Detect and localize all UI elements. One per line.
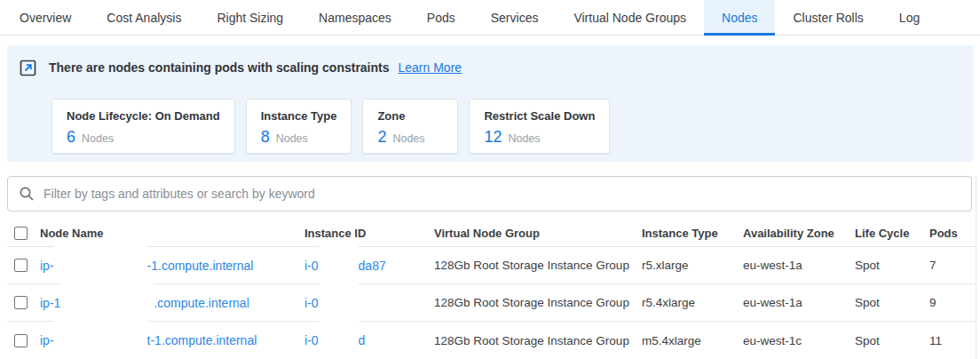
virtual-node-group-cell: 128Gb Root Storage Instance Group bbox=[434, 334, 642, 347]
card-count: 2Nodes bbox=[377, 128, 443, 147]
table-row: ip--1.compute.internali-0da87128Gb Root … bbox=[7, 247, 976, 284]
card-count-unit: Nodes bbox=[392, 132, 424, 145]
select-all-checkbox[interactable] bbox=[14, 227, 28, 240]
tab-bar: OverviewCost AnalysisRight SizingNamespa… bbox=[0, 0, 980, 36]
life-cycle-cell: Spot bbox=[855, 259, 929, 272]
column-header-life-cycle: Life Cycle bbox=[855, 227, 929, 240]
table-header-row: Node NameInstance IDVirtual Node GroupIn… bbox=[7, 220, 976, 247]
redaction-box bbox=[319, 283, 359, 316]
constraint-cards: Node Lifecycle: On Demand6NodesInstance … bbox=[51, 99, 973, 154]
column-header-instance-id: Instance ID bbox=[304, 227, 434, 240]
card-count: 12Nodes bbox=[484, 128, 595, 147]
virtual-node-group-cell: 128Gb Root Storage Instance Group bbox=[434, 296, 642, 309]
select-all-cell bbox=[7, 227, 40, 240]
constraint-card-node-lifecycle-on-demand[interactable]: Node Lifecycle: On Demand6Nodes bbox=[51, 99, 235, 154]
constraint-card-instance-type[interactable]: Instance Type8Nodes bbox=[246, 99, 352, 154]
card-title: Restrict Scale Down bbox=[484, 109, 595, 123]
scaling-constraints-banner: There are nodes containing pods with sca… bbox=[7, 45, 973, 162]
redaction-box bbox=[54, 245, 147, 279]
card-count: 6Nodes bbox=[67, 128, 220, 147]
nodes-table-body: ip--1.compute.internali-0da87128Gb Root … bbox=[7, 247, 976, 359]
search-icon bbox=[19, 186, 35, 202]
pods-cell: 7 bbox=[929, 259, 976, 272]
pods-cell: 11 bbox=[929, 334, 976, 347]
row-checkbox[interactable] bbox=[14, 259, 28, 272]
filter-search-box[interactable] bbox=[7, 176, 972, 211]
row-checkbox[interactable] bbox=[14, 334, 28, 347]
card-count-number: 6 bbox=[67, 128, 75, 147]
column-header-instance-type: Instance Type bbox=[642, 227, 743, 240]
node-name-link[interactable]: ip--1.compute.internal bbox=[40, 249, 304, 283]
instance-type-cell: r5.xlarge bbox=[642, 259, 743, 272]
tab-namespaces[interactable]: Namespaces bbox=[301, 0, 409, 36]
card-title: Instance Type bbox=[261, 109, 337, 123]
row-select-cell bbox=[7, 334, 40, 347]
instance-id-link[interactable]: i-0da87 bbox=[304, 249, 434, 283]
nodes-page: OverviewCost AnalysisRight SizingNamespa… bbox=[0, 0, 980, 359]
card-title: Node Lifecycle: On Demand bbox=[67, 109, 220, 123]
availability-zone-cell: eu-west-1c bbox=[743, 334, 855, 347]
redaction-box bbox=[319, 320, 359, 354]
tab-virtual-node-groups[interactable]: Virtual Node Groups bbox=[556, 0, 704, 36]
tab-services[interactable]: Services bbox=[473, 0, 557, 36]
life-cycle-cell: Spot bbox=[855, 296, 929, 309]
column-header-pods: Pods bbox=[929, 227, 976, 240]
nodes-content: Node NameInstance IDVirtual Node GroupIn… bbox=[7, 176, 976, 359]
constraint-card-restrict-scale-down[interactable]: Restrict Scale Down12Nodes bbox=[469, 99, 610, 154]
card-count-unit: Nodes bbox=[82, 132, 114, 145]
search-input[interactable] bbox=[43, 187, 960, 201]
pods-cell: 9 bbox=[929, 296, 976, 309]
card-title: Zone bbox=[377, 109, 443, 123]
tab-nodes[interactable]: Nodes bbox=[704, 0, 775, 36]
redaction-box bbox=[60, 283, 154, 316]
tab-right-sizing[interactable]: Right Sizing bbox=[199, 0, 301, 36]
node-name-link[interactable]: ip-t-1.compute.internal bbox=[40, 323, 304, 357]
constraint-card-zone[interactable]: Zone2Nodes bbox=[362, 99, 458, 154]
card-count: 8Nodes bbox=[261, 128, 337, 147]
tab-log[interactable]: Log bbox=[881, 0, 937, 36]
instance-id-link[interactable]: i-0 bbox=[304, 286, 434, 320]
instance-id-link[interactable]: i-0d bbox=[304, 323, 434, 357]
redaction-box bbox=[54, 320, 147, 354]
row-select-cell bbox=[7, 259, 40, 272]
availability-zone-cell: eu-west-1a bbox=[743, 296, 855, 309]
life-cycle-cell: Spot bbox=[855, 334, 929, 347]
card-count-number: 8 bbox=[261, 128, 270, 147]
row-checkbox[interactable] bbox=[14, 296, 28, 309]
table-row: ip-t-1.compute.internali-0d128Gb Root St… bbox=[7, 322, 976, 359]
node-name-link[interactable]: ip-1.compute.internal bbox=[40, 286, 304, 320]
column-header-availability-zone: Availability Zone bbox=[743, 227, 855, 240]
virtual-node-group-cell: 128Gb Root Storage Instance Group bbox=[434, 259, 642, 272]
scaling-constraint-icon bbox=[20, 60, 36, 76]
row-select-cell bbox=[7, 296, 40, 309]
instance-type-cell: r5.4xlarge bbox=[642, 296, 743, 309]
banner-message: There are nodes containing pods with sca… bbox=[49, 60, 390, 75]
column-header-virtual-node-group: Virtual Node Group bbox=[434, 227, 642, 240]
column-header-node-name: Node Name bbox=[40, 227, 304, 240]
card-count-unit: Nodes bbox=[508, 132, 540, 145]
learn-more-link[interactable]: Learn More bbox=[399, 60, 462, 75]
card-count-unit: Nodes bbox=[276, 132, 308, 145]
tab-pods[interactable]: Pods bbox=[409, 0, 473, 36]
redaction-box bbox=[319, 245, 359, 279]
tab-cluster-rolls[interactable]: Cluster Rolls bbox=[775, 0, 881, 36]
table-row: ip-1.compute.internali-0128Gb Root Stora… bbox=[7, 284, 976, 322]
banner-message-row: There are nodes containing pods with sca… bbox=[20, 57, 973, 78]
tab-cost-analysis[interactable]: Cost Analysis bbox=[89, 0, 199, 36]
instance-type-cell: m5.4xlarge bbox=[642, 334, 743, 347]
card-count-number: 12 bbox=[484, 128, 502, 147]
availability-zone-cell: eu-west-1a bbox=[743, 259, 855, 272]
tab-overview[interactable]: Overview bbox=[2, 0, 89, 36]
card-count-number: 2 bbox=[377, 128, 386, 147]
